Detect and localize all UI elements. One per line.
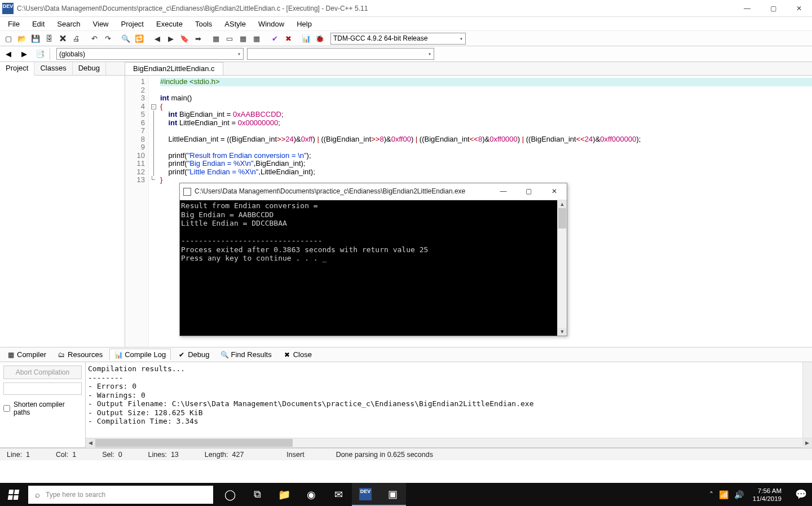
run-icon[interactable]: ▭ bbox=[223, 32, 236, 45]
search-icon: ⌕ bbox=[35, 490, 40, 499]
taskbar-search[interactable]: ⌕ Type here to search bbox=[28, 486, 213, 504]
console-maximize-button[interactable]: ▢ bbox=[516, 183, 541, 200]
output-tab-close[interactable]: ✖Close bbox=[279, 349, 316, 360]
mail-icon[interactable]: ✉ bbox=[325, 483, 352, 506]
redo-icon[interactable]: ↷ bbox=[102, 32, 114, 45]
menu-project[interactable]: Project bbox=[116, 19, 149, 29]
editor-tab[interactable]: BigEndian2LittleEndian.c bbox=[125, 62, 223, 75]
compile-log[interactable]: Compilation results... -------- - Errors… bbox=[88, 364, 812, 436]
menu-bar: FileEditSearchViewProjectExecuteToolsASt… bbox=[0, 17, 812, 30]
prev-bookmark-icon[interactable]: ◀ bbox=[2, 48, 15, 60]
project-panel: ProjectClassesDebug bbox=[0, 62, 125, 347]
console-icon bbox=[183, 188, 191, 196]
close-button[interactable]: ✕ bbox=[786, 0, 812, 17]
menu-help[interactable]: Help bbox=[291, 19, 317, 29]
member-select[interactable] bbox=[247, 48, 434, 60]
menu-execute[interactable]: Execute bbox=[151, 19, 188, 29]
volume-icon[interactable]: 🔊 bbox=[734, 490, 744, 499]
save-icon[interactable]: 💾 bbox=[29, 32, 42, 45]
compile-hscroll[interactable]: ◀ ▶ bbox=[86, 438, 812, 447]
minimize-button[interactable]: — bbox=[734, 0, 760, 17]
replace-icon[interactable]: 🔁 bbox=[133, 32, 145, 45]
tray-chevron-icon[interactable]: ˄ bbox=[709, 490, 713, 499]
output-tab-find-results[interactable]: 🔍Find Results bbox=[216, 349, 276, 360]
debug-icon[interactable]: 🐞 bbox=[314, 32, 326, 45]
menu-window[interactable]: Window bbox=[253, 19, 290, 29]
clean-icon[interactable]: ✖ bbox=[282, 32, 294, 45]
save-all-icon[interactable]: 🗄 bbox=[43, 32, 55, 45]
goto-icon[interactable]: ➡ bbox=[192, 32, 204, 45]
app-icon: DEV bbox=[2, 3, 14, 14]
menu-view[interactable]: View bbox=[87, 19, 114, 29]
taskbar: ⌕ Type here to search ◯ ⧉ 📁 ◉ ✉ DEV ▣ ˄ … bbox=[0, 483, 812, 506]
toolbar-main: ▢ 📂 💾 🗄 🗙 🖨 ↶ ↷ 🔍 🔁 ◀ ▶ 🔖 ➡ ▦ ▭ ▦ ▦ ✔ ✖ … bbox=[0, 30, 812, 46]
window-title: C:\Users\Data Management\Documents\pract… bbox=[17, 5, 368, 12]
toolbar-scope: ◀ ▶ 📑 (globals) bbox=[0, 46, 812, 62]
close-file-icon[interactable]: 🗙 bbox=[56, 32, 69, 45]
console-scrollbar[interactable]: ▲ ▼ bbox=[557, 200, 567, 336]
compiler-select[interactable]: TDM-GCC 4.9.2 64-bit Release bbox=[330, 33, 466, 45]
new-file-icon[interactable]: ▢ bbox=[2, 32, 15, 45]
bookmark-icon[interactable]: 🔖 bbox=[178, 32, 191, 45]
chrome-icon[interactable]: ◉ bbox=[298, 483, 325, 506]
notifications-icon[interactable]: 💬 bbox=[789, 483, 812, 506]
task-view-icon[interactable]: ⧉ bbox=[244, 483, 271, 506]
menu-search[interactable]: Search bbox=[51, 19, 86, 29]
compile-filter-input[interactable] bbox=[3, 382, 82, 395]
output-tab-debug[interactable]: ✔Debug bbox=[173, 349, 214, 360]
console-minimize-button[interactable]: — bbox=[491, 183, 516, 200]
menu-file[interactable]: File bbox=[2, 19, 25, 29]
console-task-icon[interactable]: ▣ bbox=[379, 483, 406, 506]
scope-select[interactable]: (globals) bbox=[56, 48, 244, 60]
clock[interactable]: 7:56 AM 11/4/2019 bbox=[749, 487, 785, 503]
toggle-bookmark-icon[interactable]: 📑 bbox=[34, 48, 46, 60]
system-tray: ˄ 📶 🔊 7:56 AM 11/4/2019 bbox=[705, 487, 789, 503]
print-icon[interactable]: 🖨 bbox=[70, 32, 82, 45]
start-button[interactable] bbox=[0, 483, 27, 506]
output-tab-compiler[interactable]: ▦Compiler bbox=[2, 349, 51, 360]
console-window: C:\Users\Data Management\Documents\pract… bbox=[179, 183, 567, 336]
console-close-button[interactable]: ✕ bbox=[541, 183, 567, 200]
network-icon[interactable]: 📶 bbox=[719, 490, 729, 499]
panel-tab-project[interactable]: Project bbox=[0, 62, 34, 76]
output-tabs: ▦Compiler🗂Resources📊Compile Log✔Debug🔍Fi… bbox=[0, 347, 812, 362]
project-tree[interactable] bbox=[0, 76, 125, 347]
console-output[interactable]: Result from Endian conversion = Big Endi… bbox=[180, 200, 557, 336]
panel-tab-debug[interactable]: Debug bbox=[73, 62, 106, 75]
compile-vscroll[interactable] bbox=[802, 362, 812, 438]
profile-icon[interactable]: 📊 bbox=[300, 32, 312, 45]
maximize-button[interactable]: ▢ bbox=[760, 0, 786, 17]
abort-compilation-button[interactable]: Abort Compilation bbox=[3, 366, 82, 379]
compile-run-icon[interactable]: ▦ bbox=[237, 32, 249, 45]
open-file-icon[interactable]: 📂 bbox=[16, 32, 28, 45]
file-explorer-icon[interactable]: 📁 bbox=[271, 483, 298, 506]
menu-tools[interactable]: Tools bbox=[189, 19, 218, 29]
devcpp-task-icon[interactable]: DEV bbox=[352, 483, 379, 506]
code-editor[interactable]: 12345678910111213 − #include <stdio.h>in… bbox=[125, 76, 812, 347]
panel-tab-classes[interactable]: Classes bbox=[34, 62, 72, 75]
undo-icon[interactable]: ↶ bbox=[88, 32, 100, 45]
menu-edit[interactable]: Edit bbox=[27, 19, 50, 29]
forward-icon[interactable]: ▶ bbox=[165, 32, 177, 45]
cortana-icon[interactable]: ◯ bbox=[217, 483, 244, 506]
syntax-check-icon[interactable]: ✔ bbox=[268, 32, 281, 45]
rebuild-icon[interactable]: ▦ bbox=[250, 32, 263, 45]
next-bookmark-icon[interactable]: ▶ bbox=[18, 48, 30, 60]
menu-astyle[interactable]: AStyle bbox=[219, 19, 251, 29]
find-icon[interactable]: 🔍 bbox=[120, 32, 132, 45]
back-icon[interactable]: ◀ bbox=[151, 32, 164, 45]
output-tab-resources[interactable]: 🗂Resources bbox=[53, 349, 107, 360]
title-bar: DEV C:\Users\Data Management\Documents\p… bbox=[0, 0, 812, 17]
console-title: C:\Users\Data Management\Documents\pract… bbox=[195, 187, 465, 196]
status-bar: Line: 1 Col: 1 Sel: 0 Lines: 13 Length: … bbox=[0, 448, 812, 460]
shorten-paths-checkbox[interactable]: Shorten compiler paths bbox=[3, 398, 82, 416]
search-placeholder: Type here to search bbox=[46, 491, 105, 499]
compile-icon[interactable]: ▦ bbox=[210, 32, 222, 45]
output-tab-compile-log[interactable]: 📊Compile Log bbox=[109, 349, 171, 360]
